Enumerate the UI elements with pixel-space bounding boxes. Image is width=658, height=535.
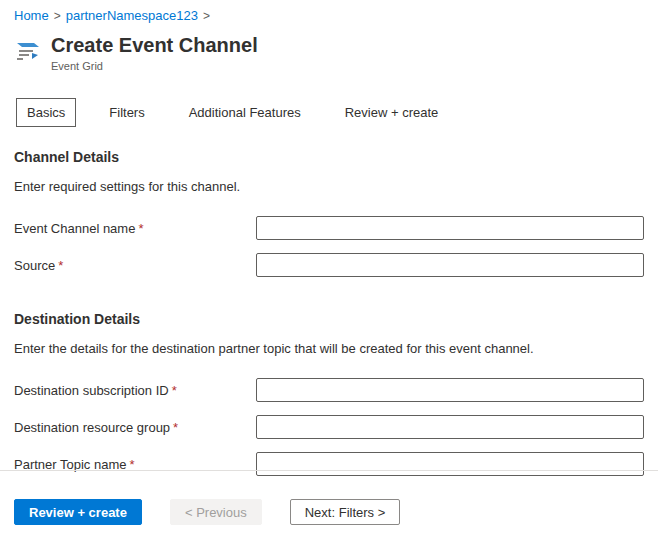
- next-filters-button[interactable]: Next: Filters >: [290, 499, 401, 525]
- required-marker: *: [173, 420, 178, 435]
- event-grid-icon: [14, 36, 42, 64]
- footer-actions: Review + create < Previous Next: Filters…: [14, 499, 400, 525]
- channel-details-section: Channel Details Enter required settings …: [14, 149, 644, 277]
- review-create-button[interactable]: Review + create: [14, 499, 142, 525]
- field-label-text: Destination resource group: [14, 420, 170, 435]
- breadcrumb-home-link[interactable]: Home: [14, 8, 49, 23]
- breadcrumb-partner-namespace-link[interactable]: partnerNamespace123: [66, 8, 198, 23]
- breadcrumb-separator: >: [54, 9, 61, 23]
- tab-additional-features[interactable]: Additional Features: [178, 98, 312, 127]
- tab-basics[interactable]: Basics: [16, 98, 76, 127]
- channel-details-description: Enter required settings for this channel…: [14, 179, 644, 194]
- field-label-text: Event Channel name: [14, 221, 135, 236]
- destination-subscription-row: Destination subscription ID*: [14, 378, 644, 402]
- destination-subscription-input[interactable]: [256, 378, 644, 402]
- event-channel-name-label: Event Channel name*: [14, 221, 256, 236]
- destination-subscription-label: Destination subscription ID*: [14, 383, 256, 398]
- tab-filters[interactable]: Filters: [98, 98, 155, 127]
- source-label: Source*: [14, 258, 256, 273]
- partner-topic-name-input[interactable]: [256, 452, 644, 476]
- required-marker: *: [58, 258, 63, 273]
- source-input[interactable]: [256, 253, 644, 277]
- page-subtitle: Event Grid: [51, 60, 258, 72]
- breadcrumb-separator: >: [203, 9, 210, 23]
- tab-review-create[interactable]: Review + create: [334, 98, 450, 127]
- destination-details-title: Destination Details: [14, 311, 644, 327]
- tab-bar: Basics Filters Additional Features Revie…: [14, 98, 644, 127]
- event-channel-name-row: Event Channel name*: [14, 216, 644, 240]
- channel-details-title: Channel Details: [14, 149, 644, 165]
- destination-resource-group-input[interactable]: [256, 415, 644, 439]
- field-label-text: Destination subscription ID: [14, 383, 169, 398]
- create-event-channel-page: Home>partnerNamespace123> Create Event C…: [0, 0, 658, 535]
- required-marker: *: [138, 221, 143, 236]
- page-header: Create Event Channel Event Grid: [14, 33, 644, 72]
- page-header-text: Create Event Channel Event Grid: [51, 33, 258, 72]
- partner-topic-name-row: Partner Topic name*: [14, 452, 644, 476]
- required-marker: *: [172, 383, 177, 398]
- basics-tab-content: Channel Details Enter required settings …: [14, 149, 644, 476]
- destination-resource-group-label: Destination resource group*: [14, 420, 256, 435]
- field-label-text: Source: [14, 258, 55, 273]
- destination-details-description: Enter the details for the destination pa…: [14, 341, 644, 356]
- source-row: Source*: [14, 253, 644, 277]
- breadcrumb: Home>partnerNamespace123>: [14, 8, 644, 23]
- page-title: Create Event Channel: [51, 33, 258, 57]
- event-channel-name-input[interactable]: [256, 216, 644, 240]
- destination-details-section: Destination Details Enter the details fo…: [14, 311, 644, 476]
- destination-resource-group-row: Destination resource group*: [14, 415, 644, 439]
- footer-divider: [0, 470, 658, 471]
- previous-button[interactable]: < Previous: [170, 499, 262, 525]
